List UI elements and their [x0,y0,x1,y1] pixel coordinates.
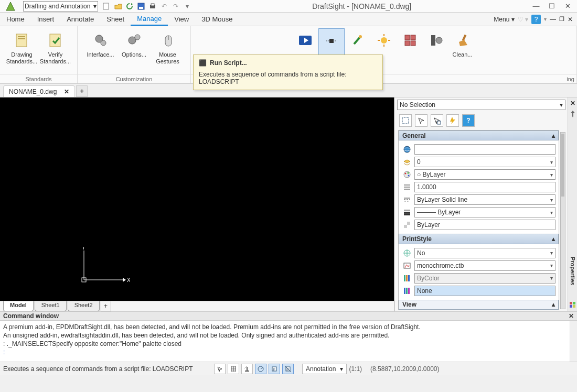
color-field[interactable]: ○ ByLayer▾ [414,169,555,180]
close-icon[interactable]: ✕ [64,88,69,95]
target-icon [402,248,412,258]
qat-save-icon[interactable] [137,2,145,10]
drawing-standards-button[interactable]: Drawing Standards... [5,28,39,74]
menu-dropdown[interactable]: Menu ▾ [494,16,514,23]
chevron-down-icon: ▾ [560,101,563,108]
maximize-button[interactable]: ☐ [548,2,556,10]
hyperlink-field[interactable] [414,144,555,155]
mouse-gestures-button[interactable]: Mouse Gestures [151,28,185,74]
heart-icon[interactable]: ♡ ▾ [518,16,528,23]
svg-point-40 [405,173,407,175]
drawing-canvas[interactable]: X Y [0,97,394,301]
options-button[interactable]: Options... [117,28,151,74]
qat-print-icon[interactable] [148,2,157,10]
command-window[interactable]: A premium add-in, EPDMDraftSight.dll, ha… [0,321,577,362]
svg-rect-53 [404,222,407,225]
qat-more-icon[interactable]: ▾ [183,2,191,10]
help-button[interactable]: ? [531,15,541,24]
status-cursor-button[interactable] [214,364,226,374]
transparency-field[interactable]: ByLayer [414,220,555,230]
tab-home[interactable]: Home [0,13,31,26]
sheet-tab-model[interactable]: Model [3,301,34,311]
pin-icon[interactable] [570,110,576,117]
qat-undo-icon[interactable]: ↶ [160,2,168,10]
section-view-header[interactable]: View▴ [399,300,559,310]
panel-scrollbar[interactable] [560,132,565,309]
minimize-button[interactable]: — [532,2,540,10]
svg-rect-4 [151,4,154,6]
command-prompt[interactable]: : [3,348,574,356]
status-ortho-button[interactable] [241,364,253,374]
printstyle-active-field[interactable]: No▾ [414,248,555,258]
flash-button[interactable] [446,114,459,127]
collapse-icon: ▴ [552,301,555,308]
close-button[interactable]: ✕ [563,2,572,10]
command-scrollbar[interactable] [570,321,577,362]
qat-reload-icon[interactable] [125,2,134,10]
arrow-button[interactable] [415,114,428,127]
svg-rect-68 [573,305,575,308]
status-etrack-button[interactable]: E [282,364,294,374]
collapse-icon: ▴ [552,132,555,139]
clean-button[interactable]: Clean... [450,28,476,74]
section-printstyle-header[interactable]: PrintStyle▴ [399,234,559,244]
tab-sheet[interactable]: Sheet [100,13,131,26]
status-grid-button[interactable] [228,364,239,374]
grid-mini-icon[interactable] [570,302,576,308]
svg-text:X: X [127,277,130,283]
properties-tab[interactable]: Properties [570,257,576,285]
tab-insert[interactable]: Insert [31,13,61,26]
record-icon: ⬛ [199,59,207,67]
file-tab[interactable]: NONAME_0.dwg ✕ [3,85,75,97]
svg-point-41 [408,172,409,174]
command-line: : ._MAINSELECTSpecify opposite corner:"H… [3,340,574,348]
qat-new-icon[interactable] [102,2,111,10]
status-polar-button[interactable] [255,364,266,374]
grid-button[interactable] [397,28,423,74]
qat-redo-icon[interactable]: ↷ [172,2,180,10]
group-customization-label: Customization [78,74,190,83]
add-tab-button[interactable]: + [76,85,88,97]
svg-rect-67 [570,305,572,308]
selection-filter[interactable]: No Selection ▾ [397,100,565,110]
layer-icon [402,157,412,167]
svg-rect-65 [570,302,572,304]
svg-point-18 [359,35,362,38]
svg-point-38 [404,146,410,153]
file-tab-label: NONAME_0.dwg [9,88,57,95]
lineweight-icon [402,208,412,217]
pick-button[interactable] [431,114,443,127]
linestyle-field[interactable]: ByLayer Solid line▾ [414,194,555,205]
panel-close-button[interactable]: ✕ [570,100,575,107]
panel-help-button[interactable]: ? [462,114,475,127]
svg-point-10 [101,40,106,46]
mdi-close-button[interactable]: ✕ [568,16,573,23]
mdi-restore-button[interactable]: ❐ [559,16,564,23]
tab-annotate[interactable]: Annotate [60,13,100,26]
space-icon [402,286,412,296]
status-snap-button[interactable]: E [269,364,280,374]
lineweight-field[interactable]: ——— ByLayer▾ [414,207,555,217]
tab-manage[interactable]: Manage [131,13,168,26]
linescale-field[interactable]: 1.0000 [414,182,555,192]
printstyle-table-field[interactable]: monochrome.ctb▾ [414,260,555,271]
qat-open-icon[interactable] [114,2,122,10]
add-sheet-button[interactable]: + [101,301,111,311]
command-close-button[interactable]: ✕ [569,312,574,320]
filmgear-button[interactable] [423,28,450,74]
tab-3dmouse[interactable]: 3D Mouse [195,13,239,26]
command-line: A premium add-in, EPDMDraftSight.dll, ha… [3,323,574,331]
tab-view[interactable]: View [168,13,195,26]
layer-field[interactable]: 0▾ [414,157,555,167]
mdi-minimize-button[interactable]: — [550,16,556,23]
sheet-tab-sheet2[interactable]: Sheet2 [68,301,100,311]
section-general-header[interactable]: General▴ [399,130,559,140]
properties-panel: No Selection ▾ ? General▴ 0▾ ○ ByLayer▾ … [394,97,568,311]
interface-button[interactable]: Interface... [84,28,117,74]
annotation-scale-selector[interactable]: Annotation▾ [302,364,347,374]
verify-standards-button[interactable]: Verify Standards... [39,28,72,74]
sheet-tab-sheet1[interactable]: Sheet1 [35,301,67,311]
workspace-selector[interactable]: Drafting and Annotation ▾ [23,1,98,12]
printstyle-space-field[interactable]: None [414,286,555,296]
quickselect-button[interactable] [399,114,412,127]
